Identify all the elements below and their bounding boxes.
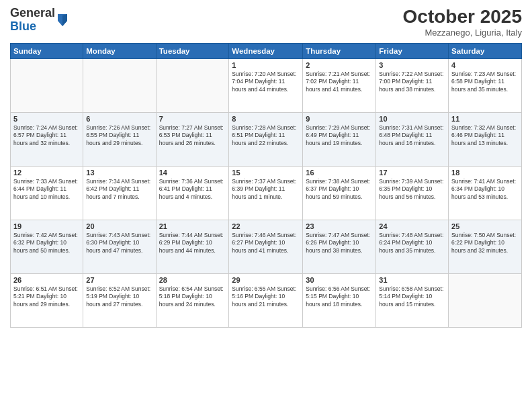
location-subtitle: Mezzanego, Liguria, Italy (403, 28, 522, 38)
calendar-week-2: 5Sunrise: 7:24 AM Sunset: 6:57 PM Daylig… (11, 112, 522, 166)
calendar-cell: 22Sunrise: 7:46 AM Sunset: 6:27 PM Dayli… (229, 220, 303, 273)
day-number: 7 (159, 115, 226, 123)
calendar-cell: 1Sunrise: 7:20 AM Sunset: 7:04 PM Daylig… (229, 58, 303, 112)
day-number: 25 (451, 222, 519, 230)
col-friday: Friday (376, 43, 449, 58)
day-info: Sunrise: 6:52 AM Sunset: 5:19 PM Dayligh… (86, 285, 152, 308)
calendar-cell (156, 58, 229, 112)
day-info: Sunrise: 7:26 AM Sunset: 6:55 PM Dayligh… (86, 124, 152, 147)
day-info: Sunrise: 7:43 AM Sunset: 6:30 PM Dayligh… (86, 232, 152, 255)
day-number: 13 (86, 169, 152, 177)
day-info: Sunrise: 7:39 AM Sunset: 6:35 PM Dayligh… (379, 178, 445, 201)
calendar-cell: 23Sunrise: 7:47 AM Sunset: 6:26 PM Dayli… (303, 220, 376, 273)
page: General Blue October 2025 Mezzanego, Lig… (0, 0, 532, 411)
day-number: 12 (13, 169, 80, 177)
calendar-cell: 16Sunrise: 7:38 AM Sunset: 6:37 PM Dayli… (303, 166, 376, 220)
month-title: October 2025 (403, 7, 522, 28)
logo-icon (56, 13, 69, 28)
calendar-cell: 26Sunrise: 6:51 AM Sunset: 5:21 PM Dayli… (11, 273, 83, 327)
day-number: 15 (232, 169, 300, 177)
logo-text: General Blue (10, 7, 69, 34)
col-tuesday: Tuesday (156, 43, 229, 58)
day-number: 1 (232, 61, 300, 69)
calendar-cell: 14Sunrise: 7:36 AM Sunset: 6:41 PM Dayli… (156, 166, 229, 220)
day-info: Sunrise: 7:27 AM Sunset: 6:53 PM Dayligh… (159, 124, 226, 147)
calendar-cell: 3Sunrise: 7:22 AM Sunset: 7:00 PM Daylig… (376, 58, 449, 112)
logo-general: General (10, 6, 55, 19)
calendar-cell: 7Sunrise: 7:27 AM Sunset: 6:53 PM Daylig… (156, 112, 229, 166)
day-number: 28 (159, 276, 226, 284)
calendar-cell (11, 58, 83, 112)
calendar-cell: 12Sunrise: 7:33 AM Sunset: 6:44 PM Dayli… (11, 166, 83, 220)
day-info: Sunrise: 7:34 AM Sunset: 6:42 PM Dayligh… (86, 178, 152, 201)
calendar-cell: 27Sunrise: 6:52 AM Sunset: 5:19 PM Dayli… (83, 273, 156, 327)
day-info: Sunrise: 7:42 AM Sunset: 6:32 PM Dayligh… (13, 232, 80, 255)
day-number: 24 (379, 222, 445, 230)
day-info: Sunrise: 7:23 AM Sunset: 6:58 PM Dayligh… (451, 71, 519, 93)
day-info: Sunrise: 7:47 AM Sunset: 6:26 PM Dayligh… (306, 232, 373, 255)
calendar-cell: 31Sunrise: 6:58 AM Sunset: 5:14 PM Dayli… (376, 273, 449, 327)
day-info: Sunrise: 7:44 AM Sunset: 6:29 PM Dayligh… (159, 232, 226, 255)
col-monday: Monday (83, 43, 156, 58)
day-info: Sunrise: 6:56 AM Sunset: 5:15 PM Dayligh… (306, 285, 373, 308)
day-info: Sunrise: 7:36 AM Sunset: 6:41 PM Dayligh… (159, 178, 226, 201)
calendar-cell: 19Sunrise: 7:42 AM Sunset: 6:32 PM Dayli… (11, 220, 83, 273)
day-info: Sunrise: 7:22 AM Sunset: 7:00 PM Dayligh… (379, 71, 445, 93)
day-info: Sunrise: 6:51 AM Sunset: 5:21 PM Dayligh… (13, 285, 80, 308)
day-info: Sunrise: 6:58 AM Sunset: 5:14 PM Dayligh… (379, 285, 445, 308)
calendar-cell: 18Sunrise: 7:41 AM Sunset: 6:34 PM Dayli… (449, 166, 522, 220)
day-number: 3 (379, 61, 445, 69)
day-info: Sunrise: 7:46 AM Sunset: 6:27 PM Dayligh… (232, 232, 300, 255)
day-number: 27 (86, 276, 152, 284)
calendar-cell: 30Sunrise: 6:56 AM Sunset: 5:15 PM Dayli… (303, 273, 376, 327)
day-info: Sunrise: 7:50 AM Sunset: 6:22 PM Dayligh… (451, 232, 519, 255)
day-info: Sunrise: 7:32 AM Sunset: 6:46 PM Dayligh… (451, 124, 519, 147)
calendar-cell (449, 273, 522, 327)
day-number: 2 (306, 61, 373, 69)
day-number: 19 (13, 222, 80, 230)
day-info: Sunrise: 6:54 AM Sunset: 5:18 PM Dayligh… (159, 285, 226, 308)
svg-marker-1 (62, 14, 67, 26)
calendar-cell: 24Sunrise: 7:48 AM Sunset: 6:24 PM Dayli… (376, 220, 449, 273)
calendar-week-5: 26Sunrise: 6:51 AM Sunset: 5:21 PM Dayli… (11, 273, 522, 327)
day-number: 14 (159, 169, 226, 177)
logo-blue: Blue (10, 19, 36, 33)
day-info: Sunrise: 7:29 AM Sunset: 6:49 PM Dayligh… (306, 124, 373, 147)
calendar-cell: 10Sunrise: 7:31 AM Sunset: 6:48 PM Dayli… (376, 112, 449, 166)
day-info: Sunrise: 7:28 AM Sunset: 6:51 PM Dayligh… (232, 124, 300, 147)
day-number: 29 (232, 276, 300, 284)
calendar-cell: 17Sunrise: 7:39 AM Sunset: 6:35 PM Dayli… (376, 166, 449, 220)
day-number: 8 (232, 115, 300, 123)
header: General Blue October 2025 Mezzanego, Lig… (10, 7, 522, 38)
calendar-header-row: Sunday Monday Tuesday Wednesday Thursday… (11, 43, 522, 58)
logo: General Blue (10, 7, 69, 34)
calendar-week-1: 1Sunrise: 7:20 AM Sunset: 7:04 PM Daylig… (11, 58, 522, 112)
day-info: Sunrise: 7:24 AM Sunset: 6:57 PM Dayligh… (13, 124, 80, 147)
day-number: 26 (13, 276, 80, 284)
calendar-cell (83, 58, 156, 112)
calendar-cell: 20Sunrise: 7:43 AM Sunset: 6:30 PM Dayli… (83, 220, 156, 273)
day-number: 9 (306, 115, 373, 123)
day-number: 22 (232, 222, 300, 230)
day-number: 16 (306, 169, 373, 177)
day-number: 10 (379, 115, 445, 123)
day-number: 21 (159, 222, 226, 230)
day-number: 23 (306, 222, 373, 230)
calendar-cell: 15Sunrise: 7:37 AM Sunset: 6:39 PM Dayli… (229, 166, 303, 220)
calendar-cell: 28Sunrise: 6:54 AM Sunset: 5:18 PM Dayli… (156, 273, 229, 327)
calendar-cell: 13Sunrise: 7:34 AM Sunset: 6:42 PM Dayli… (83, 166, 156, 220)
col-thursday: Thursday (303, 43, 376, 58)
calendar: Sunday Monday Tuesday Wednesday Thursday… (10, 43, 522, 328)
day-number: 18 (451, 169, 519, 177)
calendar-cell: 8Sunrise: 7:28 AM Sunset: 6:51 PM Daylig… (229, 112, 303, 166)
calendar-cell: 4Sunrise: 7:23 AM Sunset: 6:58 PM Daylig… (449, 58, 522, 112)
day-info: Sunrise: 7:33 AM Sunset: 6:44 PM Dayligh… (13, 178, 80, 201)
calendar-cell: 21Sunrise: 7:44 AM Sunset: 6:29 PM Dayli… (156, 220, 229, 273)
day-info: Sunrise: 7:37 AM Sunset: 6:39 PM Dayligh… (232, 178, 300, 201)
day-info: Sunrise: 7:41 AM Sunset: 6:34 PM Dayligh… (451, 178, 519, 201)
calendar-cell: 11Sunrise: 7:32 AM Sunset: 6:46 PM Dayli… (449, 112, 522, 166)
calendar-cell: 5Sunrise: 7:24 AM Sunset: 6:57 PM Daylig… (11, 112, 83, 166)
day-number: 20 (86, 222, 152, 230)
day-info: Sunrise: 7:21 AM Sunset: 7:02 PM Dayligh… (306, 71, 373, 93)
day-info: Sunrise: 7:48 AM Sunset: 6:24 PM Dayligh… (379, 232, 445, 255)
